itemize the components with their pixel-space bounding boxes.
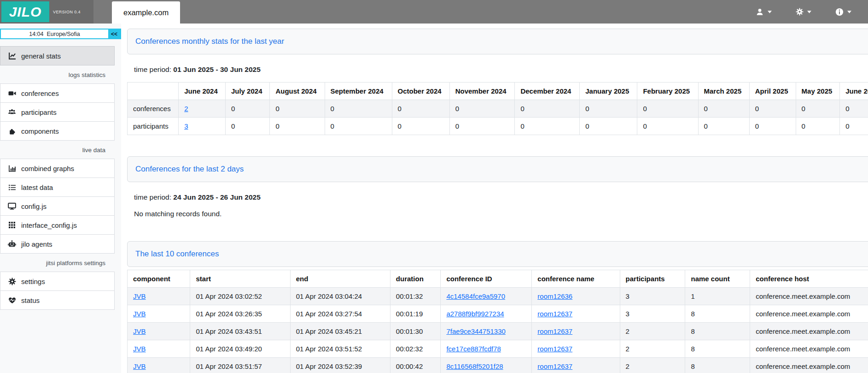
- no-records-message: No matching records found.: [134, 210, 868, 218]
- puzzle-piece-icon: [7, 127, 17, 135]
- component-link[interactable]: JVB: [133, 310, 146, 318]
- cell-participants: 3: [620, 288, 685, 305]
- sidebar-item-jilo-agents[interactable]: jilo agents: [0, 234, 115, 254]
- sidebar-item-conferences[interactable]: conferences: [0, 83, 115, 103]
- cell-end: 01 Apr 2024 03:51:52: [290, 340, 390, 358]
- conference-id-link[interactable]: fce17ce887fcdf78: [446, 345, 501, 353]
- month-value-cell: 0: [637, 100, 698, 118]
- section-monthly-stats: Conferences monthly stats for the last y…: [127, 29, 868, 135]
- table-row: JVB01 Apr 2024 03:51:5701 Apr 2024 03:52…: [128, 358, 868, 373]
- platform-tab[interactable]: example.com: [112, 1, 180, 24]
- conference-name-link[interactable]: room12636: [537, 292, 572, 300]
- robot-icon: [7, 240, 17, 248]
- main-content: Conferences monthly stats for the last y…: [121, 24, 868, 373]
- conference-name-link[interactable]: room12637: [537, 345, 572, 353]
- month-column-header: December 2024: [515, 83, 580, 100]
- cell-name-count: 8: [685, 305, 750, 323]
- month-value-cell: 0: [580, 118, 637, 135]
- cell-conference-id: 8c116568f5201f28: [441, 358, 532, 373]
- cell-duration: 00:01:19: [390, 305, 441, 323]
- conference-id-link[interactable]: 7fae9ce344751330: [446, 327, 505, 335]
- conference-id-link[interactable]: 4c14584fce9a5970: [446, 292, 505, 300]
- sidebar-item-general-stats[interactable]: general stats: [0, 46, 115, 65]
- section-title: The last 10 conferences: [135, 249, 219, 259]
- cell-conference-id: a2788f9bf9927234: [441, 305, 532, 323]
- month-value-cell: 0: [749, 100, 796, 118]
- conference-name-link[interactable]: room12637: [537, 327, 572, 335]
- month-value-cell: 0: [698, 118, 749, 135]
- month-value-cell: 0: [515, 118, 580, 135]
- month-column-header: March 2025: [698, 83, 749, 100]
- column-header-conference-name: conference name: [532, 270, 620, 288]
- settings-menu[interactable]: [796, 8, 811, 16]
- app-version: VERSION 0.4: [53, 10, 81, 14]
- month-value-cell: 0: [796, 118, 840, 135]
- section-monthly-stats-header: Conferences monthly stats for the last y…: [127, 29, 868, 54]
- sidebar-item-status[interactable]: status: [0, 290, 115, 310]
- table-header-row: componentstartenddurationconference IDco…: [128, 270, 868, 288]
- table-row: JVB01 Apr 2024 03:26:3501 Apr 2024 03:27…: [128, 305, 868, 323]
- section-last-two-days-header: Conferences for the last 2 days: [127, 156, 868, 182]
- section-last-two-days: Conferences for the last 2 days time per…: [127, 156, 868, 218]
- topbar: JILO VERSION 0.4 example.com: [0, 0, 868, 24]
- sidebar-item-settings[interactable]: settings: [0, 272, 115, 291]
- gear-icon: [7, 278, 17, 285]
- chart-line-icon: [7, 52, 17, 60]
- monthly-stats-table: June 2024July 2024August 2024September 2…: [127, 82, 868, 135]
- cell-duration: 00:01:30: [390, 323, 441, 340]
- cell-end: 01 Apr 2024 03:04:24: [290, 288, 390, 305]
- component-link[interactable]: JVB: [133, 345, 146, 353]
- cell-conference-name: room12637: [532, 305, 620, 323]
- cell-duration: 00:00:42: [390, 358, 441, 373]
- sidebar-item-label: config.js: [21, 202, 47, 210]
- component-link[interactable]: JVB: [133, 362, 146, 370]
- info-circle-icon: [835, 8, 844, 16]
- info-menu[interactable]: [835, 8, 851, 16]
- participants-count-link[interactable]: 3: [184, 122, 188, 130]
- component-link[interactable]: JVB: [133, 292, 146, 300]
- sidebar-item-config-js[interactable]: config.js: [0, 196, 115, 216]
- month-column-header: May 2025: [796, 83, 840, 100]
- month-value-cell: 0: [225, 118, 270, 135]
- sidebar-section-label-jitsi-platforms-settings: jitsi platforms settings: [0, 256, 115, 270]
- conferences-count-link[interactable]: 2: [184, 105, 188, 112]
- conference-id-link[interactable]: a2788f9bf9927234: [446, 310, 504, 318]
- sidebar-section-label-logs-statistics: logs statistics: [0, 68, 115, 82]
- cell-start: 01 Apr 2024 03:02:52: [190, 288, 290, 305]
- month-value-cell: 3: [179, 118, 226, 135]
- month-column-header: February 2025: [637, 83, 698, 100]
- cell-start: 01 Apr 2024 03:49:20: [190, 340, 290, 358]
- cell-start: 01 Apr 2024 03:26:35: [190, 305, 290, 323]
- app-logo[interactable]: JILO: [1, 1, 49, 22]
- caret-down-icon: [807, 11, 811, 13]
- sidebar-collapse-button[interactable]: <<: [108, 30, 120, 38]
- conference-name-link[interactable]: room12637: [537, 310, 572, 318]
- last-conferences-table: componentstartenddurationconference IDco…: [127, 270, 868, 373]
- cell-component: JVB: [128, 288, 190, 305]
- conference-id-link[interactable]: 8c116568f5201f28: [446, 362, 503, 370]
- cell-name-count: 8: [685, 358, 750, 373]
- cell-conference-id: 4c14584fce9a5970: [441, 288, 532, 305]
- time-period-label: time period:: [134, 193, 171, 201]
- clock-text: 14:04 Europe/Sofia: [1, 30, 108, 38]
- component-link[interactable]: JVB: [133, 327, 146, 335]
- sidebar-item-components[interactable]: components: [0, 121, 115, 141]
- column-header-name-count: name count: [685, 270, 750, 288]
- sidebar-item-latest-data[interactable]: latest data: [0, 178, 115, 197]
- row-label: conferences: [128, 100, 179, 118]
- user-menu[interactable]: [756, 8, 772, 16]
- row-label: participants: [128, 118, 179, 135]
- sidebar-item-participants[interactable]: participants: [0, 102, 115, 122]
- month-value-cell: 0: [270, 118, 325, 135]
- column-header-conference-host: conference host: [750, 270, 868, 288]
- caret-down-icon: [847, 11, 851, 13]
- sidebar-item-combined-graphs[interactable]: combined graphs: [0, 159, 115, 178]
- sidebar-item-label: interface_config.js: [21, 221, 77, 229]
- column-header-end: end: [290, 270, 390, 288]
- month-column-header: July 2024: [225, 83, 270, 100]
- month-value-cell: 0: [840, 118, 868, 135]
- conference-name-link[interactable]: room12637: [537, 362, 572, 370]
- month-column-header: June 2025: [840, 83, 868, 100]
- sidebar-item-interface-config-js[interactable]: interface_config.js: [0, 215, 115, 235]
- cell-participants: 3: [620, 305, 685, 323]
